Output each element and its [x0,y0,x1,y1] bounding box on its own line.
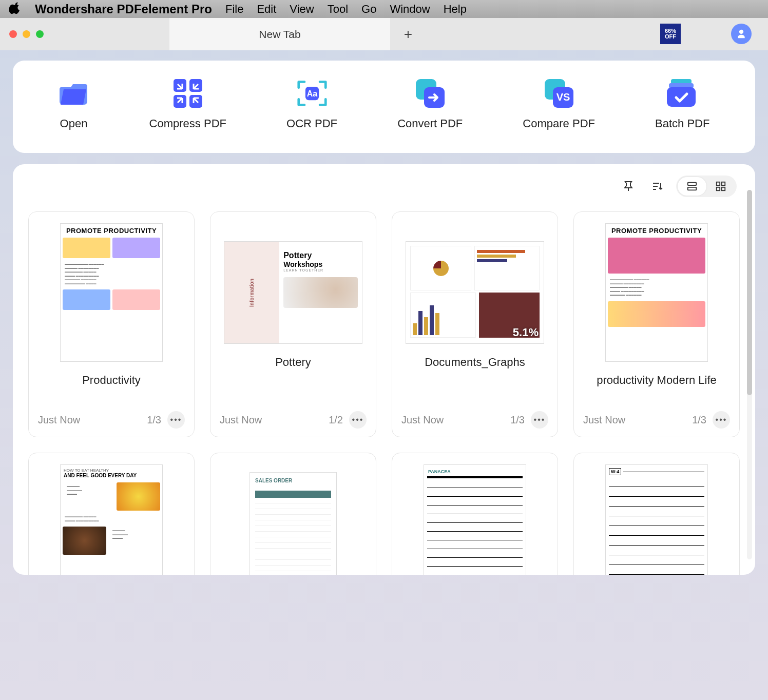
convert-action[interactable]: Convert PDF [397,79,463,130]
thumb-pottery-title: Pottery [283,251,358,260]
grid-view-button[interactable] [706,177,735,196]
doc-time: Just Now [38,414,80,426]
fullscreen-window-button[interactable] [36,30,44,38]
doc-thumbnail: W-4 [605,464,708,575]
recent-item[interactable]: PROMOTE PRODUCTIVITY ▬▬▬▬▬▬▬▬▬ ▬▬▬▬▬▬▬▬▬… [573,211,740,437]
convert-label: Convert PDF [397,117,463,130]
compare-icon: VS [544,79,574,108]
list-icon [686,181,698,192]
tab-new-label: New Tab [259,28,300,41]
recent-item[interactable]: 5.1% Documents_Graphs Just Now 1/3 ••• [392,211,558,437]
compare-action[interactable]: VS Compare PDF [523,79,595,130]
doc-title: productivity Modern Life [597,373,717,387]
thumb-pottery-sub: Workshops [283,260,358,268]
open-action[interactable]: Open [59,79,89,130]
doc-title: Documents_Graphs [425,355,525,370]
open-label: Open [60,117,88,130]
recent-item[interactable]: HOW TO EAT HEALTHY AND FEEL GOOD EVERY D… [28,453,195,575]
thumb-heading: PROMOTE PRODUCTIVITY [606,224,707,236]
traffic-lights [0,30,44,38]
svg-rect-13 [667,87,696,107]
doc-time: Just Now [583,414,625,426]
convert-icon [415,79,446,108]
svg-rect-17 [722,182,725,185]
window-tabbar: New Tab + 66% OFF [0,18,768,50]
doc-more-button[interactable]: ••• [167,411,185,429]
doc-time: Just Now [401,414,444,426]
doc-thumbnail: HOW TO EAT HEALTHY AND FEEL GOOD EVERY D… [60,464,163,575]
doc-thumbnail: Information Pottery Workshops LEARN TOGE… [224,241,362,344]
compress-action[interactable]: Compress PDF [149,79,226,130]
ocr-icon: Aa [297,79,328,108]
recent-item[interactable]: Information Pottery Workshops LEARN TOGE… [210,211,376,437]
doc-thumbnail: PANACEA [424,464,526,575]
thumb-side-label: Information [249,279,255,307]
recent-item[interactable]: SALES ORDER sales-order-template-1 [210,453,376,575]
close-window-button[interactable] [9,30,17,38]
account-button[interactable] [731,24,752,44]
menu-help[interactable]: Help [444,3,467,16]
thumb-w4-label: W-4 [609,468,621,475]
minimize-window-button[interactable] [23,30,30,38]
menu-tool[interactable]: Tool [328,3,348,16]
recents-card: PROMOTE PRODUCTIVITY ▬▬▬▬▬▬▬▬▬ ▬▬▬▬▬▬▬▬▬… [13,164,755,575]
svg-rect-16 [717,182,720,185]
compare-label: Compare PDF [523,117,595,130]
mac-menubar: Wondershare PDFelement Pro File Edit Vie… [0,0,768,18]
list-view-button[interactable] [678,177,706,196]
recent-item[interactable]: W-4 irs-form-w4 [573,453,740,575]
thumb-h1: HOW TO EAT HEALTHY [61,465,162,473]
svg-text:VS: VS [556,91,570,103]
user-icon [736,29,746,39]
batch-icon [667,79,698,108]
doc-thumbnail: PROMOTE PRODUCTIVITY ▬▬▬▬▬▬▬▬▬ ▬▬▬▬▬▬▬▬▬… [605,223,708,362]
recent-item[interactable]: PROMOTE PRODUCTIVITY ▬▬▬▬▬▬▬▬▬ ▬▬▬▬▬▬▬▬▬… [28,211,195,437]
ocr-label: OCR PDF [286,117,337,130]
grid-icon [715,181,726,192]
quick-actions-card: Open Compress PDF Aa OCR P [13,61,755,153]
pin-icon [622,180,635,192]
sort-icon [651,180,663,192]
menu-view[interactable]: View [290,3,314,16]
doc-more-button[interactable]: ••• [713,411,730,429]
thumb-h2: AND FEEL GOOD EVERY DAY [61,473,162,480]
svg-rect-14 [688,183,697,186]
add-tab-button[interactable]: + [390,18,426,50]
tab-new[interactable]: New Tab [169,18,390,50]
promo-line2: OFF [665,34,676,40]
scrollbar-thumb[interactable] [747,190,752,395]
ocr-action[interactable]: Aa OCR PDF [286,79,337,130]
doc-thumbnail: 5.1% [406,241,544,344]
doc-thumbnail: PROMOTE PRODUCTIVITY ▬▬▬▬▬▬▬▬▬ ▬▬▬▬▬▬▬▬▬… [60,223,163,362]
doc-title: Pottery [275,355,311,370]
menu-file[interactable]: File [225,3,243,16]
apple-icon[interactable] [9,2,22,17]
app-name: Wondershare PDFelement Pro [35,2,212,16]
batch-label: Batch PDF [655,117,709,130]
doc-more-button[interactable]: ••• [349,411,367,429]
menu-edit[interactable]: Edit [257,3,276,16]
compress-label: Compress PDF [149,117,226,130]
svg-rect-19 [722,187,725,190]
doc-pages: 1/2 [329,414,343,426]
recents-toolbar [28,174,740,198]
promo-badge[interactable]: 66% OFF [660,24,681,44]
doc-time: Just Now [220,414,262,426]
recent-item[interactable]: PANACEA Sample Form [392,453,558,575]
thumb-panacea: PANACEA [427,468,523,475]
folder-open-icon [59,79,89,108]
doc-more-button[interactable]: ••• [531,411,548,429]
batch-action[interactable]: Batch PDF [655,79,709,130]
pin-button[interactable] [619,177,638,196]
sort-button[interactable] [647,177,667,196]
thumb-pottery-tag: LEARN TOGETHER [283,268,358,272]
compress-icon [172,79,203,108]
thumb-sales-title: SALES ORDER [255,478,331,483]
view-toggle [676,176,737,197]
doc-pages: 1/3 [147,414,161,426]
svg-rect-15 [688,187,697,190]
recent-files-grid: PROMOTE PRODUCTIVITY ▬▬▬▬▬▬▬▬▬ ▬▬▬▬▬▬▬▬▬… [28,211,740,575]
menu-window[interactable]: Window [390,3,430,16]
thumb-overlay-value: 5.1% [513,326,539,339]
menu-go[interactable]: Go [361,3,376,16]
